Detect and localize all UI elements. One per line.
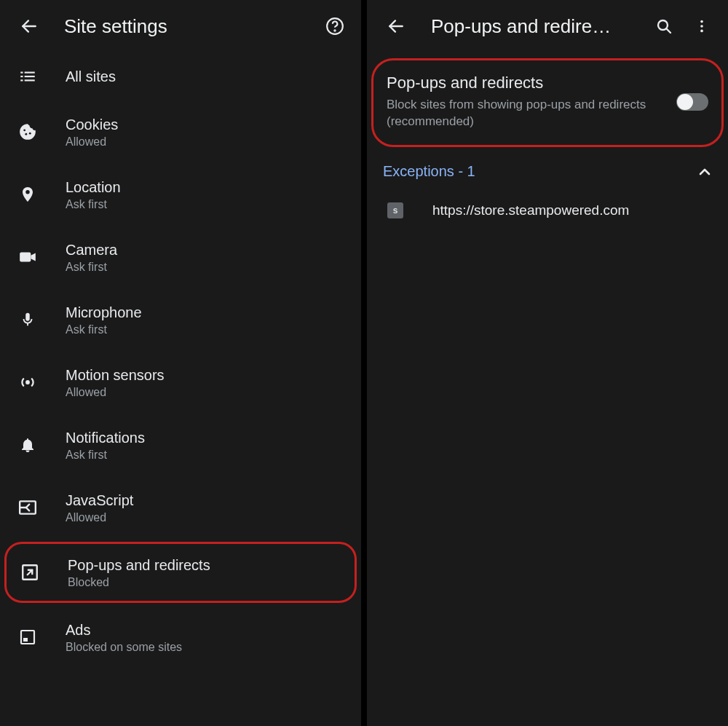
help-button[interactable] — [320, 12, 349, 41]
page-title: Site settings — [64, 15, 320, 38]
row-label: Camera — [66, 240, 117, 259]
exception-item[interactable]: s https://store.steampowered.com — [367, 191, 728, 230]
arrow-back-icon — [387, 17, 405, 36]
row-label: Motion sensors — [66, 366, 165, 384]
page-title: Pop-ups and redire… — [431, 15, 649, 38]
toggle-card-popups: Pop-ups and redirects Block sites from s… — [371, 58, 724, 147]
toggle-title: Pop-ups and redirects — [387, 74, 668, 92]
help-icon — [325, 17, 344, 36]
row-sub: Allowed — [66, 135, 118, 149]
row-label: Cookies — [66, 115, 118, 134]
location-icon — [16, 184, 39, 205]
row-sub: Ask first — [66, 198, 121, 211]
back-button[interactable] — [15, 12, 44, 41]
mic-icon — [16, 309, 39, 330]
row-label: JavaScript — [66, 491, 133, 510]
site-settings-header: Site settings — [0, 0, 361, 52]
svg-point-9 — [23, 129, 25, 131]
settings-row-all-sites[interactable]: All sites — [0, 52, 361, 100]
svg-rect-3 — [20, 72, 23, 74]
row-sub: Allowed — [66, 386, 165, 399]
exception-url: https://store.steampowered.com — [432, 202, 629, 218]
site-settings-panel: Site settings All sites Cookies Allowed — [0, 0, 361, 726]
row-label: Ads — [66, 620, 182, 639]
svg-rect-4 — [25, 72, 35, 74]
highlight-popups: Pop-ups and redirects Blocked — [4, 542, 357, 603]
arrow-back-icon — [20, 17, 39, 36]
settings-row-popups[interactable]: Pop-ups and redirects Blocked — [7, 544, 355, 601]
svg-rect-6 — [25, 76, 35, 77]
svg-rect-8 — [25, 79, 35, 81]
settings-row-location[interactable]: Location Ask first — [0, 163, 361, 226]
svg-point-2 — [334, 30, 335, 31]
overflow-menu-button[interactable] — [687, 12, 716, 41]
svg-rect-5 — [20, 76, 23, 77]
bell-icon — [16, 435, 39, 454]
svg-rect-17 — [23, 638, 28, 642]
chevron-up-icon — [696, 163, 713, 181]
more-vert-icon — [694, 18, 710, 34]
svg-point-21 — [700, 20, 703, 23]
javascript-icon — [16, 500, 39, 516]
settings-row-notifications[interactable]: Notifications Ask first — [0, 414, 361, 476]
settings-row-javascript[interactable]: JavaScript Allowed — [0, 476, 361, 539]
row-sub: Blocked — [68, 576, 210, 589]
row-label: Location — [66, 178, 121, 197]
popups-header: Pop-ups and redire… — [367, 0, 728, 52]
settings-row-cookies[interactable]: Cookies Allowed — [0, 100, 361, 163]
row-sub: Ask first — [66, 449, 145, 462]
search-icon — [655, 17, 673, 35]
svg-rect-12 — [20, 253, 31, 262]
row-sub: Ask first — [66, 323, 142, 336]
popups-toggle-switch[interactable] — [676, 93, 708, 111]
toggle-sub: Block sites from showing pop-ups and red… — [387, 97, 668, 130]
camera-icon — [16, 250, 39, 264]
svg-rect-16 — [21, 631, 34, 644]
row-label: Pop-ups and redirects — [68, 556, 210, 575]
svg-rect-7 — [20, 79, 23, 81]
site-favicon: s — [387, 202, 403, 218]
row-sub: Ask first — [66, 261, 117, 274]
popup-icon — [18, 563, 41, 582]
switch-knob — [677, 94, 693, 110]
svg-line-20 — [667, 29, 670, 33]
svg-point-10 — [25, 133, 27, 135]
list-icon — [16, 67, 39, 86]
row-sub: Allowed — [66, 511, 133, 524]
svg-point-11 — [29, 133, 31, 135]
row-sub: Blocked on some sites — [66, 641, 182, 654]
back-button[interactable] — [381, 12, 411, 41]
ads-icon — [16, 628, 39, 646]
settings-row-microphone[interactable]: Microphone Ask first — [0, 288, 361, 351]
row-label: All sites — [66, 67, 116, 86]
svg-point-13 — [25, 380, 30, 384]
settings-row-ads[interactable]: Ads Blocked on some sites — [0, 606, 361, 668]
exceptions-label: Exceptions - 1 — [383, 163, 696, 180]
row-label: Microphone — [66, 303, 142, 322]
svg-point-23 — [700, 30, 703, 33]
search-button[interactable] — [649, 12, 678, 41]
row-label: Notifications — [66, 428, 145, 447]
exceptions-header[interactable]: Exceptions - 1 — [367, 147, 728, 191]
cookie-icon — [16, 122, 39, 141]
svg-point-19 — [658, 20, 668, 30]
settings-row-camera[interactable]: Camera Ask first — [0, 226, 361, 288]
svg-point-22 — [700, 25, 703, 28]
popups-detail-panel: Pop-ups and redire… Pop-ups and redirect… — [367, 0, 728, 726]
settings-row-motion[interactable]: Motion sensors Allowed — [0, 351, 361, 414]
motion-icon — [16, 374, 39, 390]
